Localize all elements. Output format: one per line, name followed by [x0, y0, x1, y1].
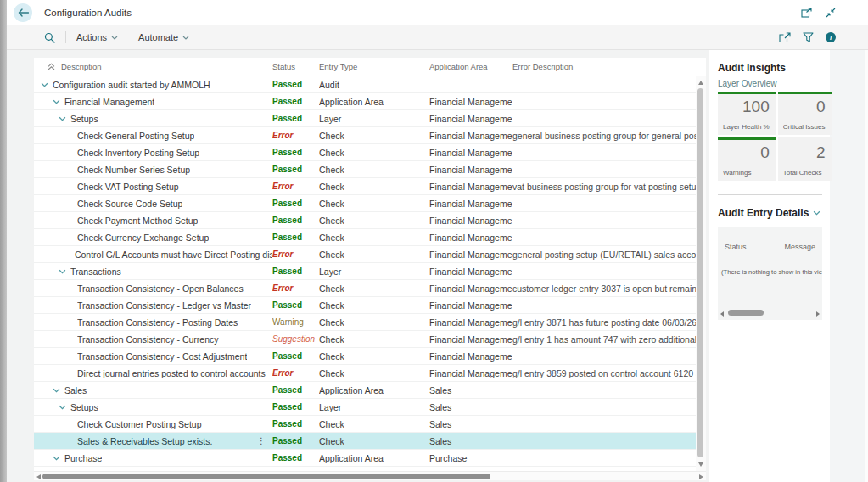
row-entry-type: Check: [319, 216, 429, 226]
horizontal-scroll-thumb[interactable]: [42, 474, 490, 479]
column-header-description[interactable]: Description: [61, 62, 102, 71]
insight-tile[interactable]: 0 Warnings: [718, 137, 776, 181]
table-row[interactable]: Check Number Series Setup ⋮ Passed Check…: [34, 161, 696, 178]
row-status: Passed: [272, 436, 319, 446]
row-entry-type: Check: [319, 182, 429, 192]
column-header-application-area[interactable]: Application Area: [429, 62, 512, 71]
table-row[interactable]: Sales & Receivables Setup exists. ⋮ Pass…: [34, 433, 696, 450]
details-column-status[interactable]: Status: [725, 243, 747, 251]
insight-tile[interactable]: 0 Critical Issues: [778, 92, 832, 135]
row-status: Passed: [272, 351, 319, 361]
insight-tile[interactable]: 2 Total Checks: [778, 137, 832, 181]
row-status: Passed: [272, 199, 319, 208]
filter-icon[interactable]: [803, 32, 814, 42]
table-row[interactable]: Check Payment Method Setup ⋮ Passed Chec…: [34, 212, 696, 229]
row-entry-type: Check: [319, 317, 429, 328]
table-row[interactable]: Check Customer Posting Setup ⋮ Passed Ch…: [34, 416, 696, 433]
table-row[interactable]: Transaction Consistency - Currency ⋮ Sug…: [34, 331, 696, 348]
column-header-status[interactable]: Status: [272, 62, 319, 71]
table-row[interactable]: Purchase ⋮ Passed Application Area Purch…: [34, 450, 696, 467]
layer-overview-label: Layer Overview: [718, 79, 822, 88]
row-description-cell: Check Source Code Setup ⋮: [41, 195, 272, 211]
scroll-right-icon[interactable]: [816, 311, 820, 317]
row-description: Check Customer Posting Setup: [77, 419, 202, 429]
chevron-down-icon: [111, 36, 118, 40]
table-row[interactable]: Transactions ⋮ Passed Layer Financial Ma…: [34, 263, 696, 280]
actions-menu[interactable]: Actions: [76, 32, 118, 42]
chevron-down-icon[interactable]: [53, 388, 60, 393]
table-row[interactable]: Control G/L Accounts must have Direct Po…: [34, 246, 696, 263]
row-entry-type: Check: [319, 283, 429, 294]
row-description-cell: Setups ⋮: [41, 110, 272, 126]
row-status: Warning: [272, 317, 319, 327]
table-row[interactable]: Check Currency Exchange Setup ⋮ Passed C…: [34, 229, 696, 246]
chevron-down-icon[interactable]: [53, 456, 60, 461]
table-row[interactable]: Check VAT Posting Setup ⋮ Error Check Fi…: [34, 178, 696, 195]
table-row[interactable]: Transaction Consistency - Posting Dates …: [34, 314, 696, 331]
table-row[interactable]: Transaction Consistency - Cost Adjustmen…: [34, 348, 696, 365]
row-application-area: Financial Management: [429, 368, 512, 378]
table-row[interactable]: Configuration audit started by AMMOLH ⋮ …: [34, 76, 696, 93]
column-header-entry-type[interactable]: Entry Type: [319, 62, 429, 71]
row-description: Check General Posting Setup: [77, 131, 194, 141]
row-description: Check Number Series Setup: [77, 165, 190, 175]
table-row[interactable]: Setups ⋮ Passed Layer Sales: [34, 399, 696, 416]
collapse-window-icon[interactable]: [826, 8, 836, 18]
tile-label: Warnings: [723, 169, 770, 177]
table-row[interactable]: Check Inventory Posting Setup ⋮ Passed C…: [34, 144, 696, 161]
details-scroll-thumb[interactable]: [728, 310, 764, 316]
audit-entry-details-header[interactable]: Audit Entry Details: [718, 207, 822, 219]
table-rows: Configuration audit started by AMMOLH ⋮ …: [34, 76, 696, 467]
table-row[interactable]: Setups ⋮ Passed Layer Financial Manageme…: [34, 110, 696, 127]
scroll-down-icon[interactable]: [698, 462, 703, 467]
details-column-message[interactable]: Message: [784, 243, 815, 251]
row-entry-type: Audit: [319, 80, 429, 90]
table-row[interactable]: Transaction Consistency - Open Balances …: [34, 280, 696, 297]
popout-icon[interactable]: [801, 8, 812, 18]
vertical-scroll-thumb[interactable]: [697, 88, 703, 457]
row-description-cell: Transaction Consistency - Ledger vs Mast…: [41, 297, 272, 313]
table-row[interactable]: Sales ⋮ Passed Application Area Sales: [34, 382, 696, 399]
tile-value: 2: [783, 143, 826, 162]
chevron-down-icon[interactable]: [59, 269, 66, 274]
scroll-right-icon[interactable]: [699, 474, 703, 479]
row-entry-type: Check: [319, 368, 429, 378]
row-description-cell: Setups ⋮: [41, 399, 272, 415]
automate-menu[interactable]: Automate: [138, 32, 189, 42]
chevron-down-icon[interactable]: [53, 99, 60, 104]
scroll-left-icon[interactable]: [36, 474, 41, 479]
table-row[interactable]: Transaction Consistency - Ledger vs Mast…: [34, 297, 696, 314]
search-button[interactable]: [44, 32, 55, 43]
chevron-down-icon[interactable]: [59, 116, 66, 121]
table-row[interactable]: Direct journal entries posted to control…: [34, 365, 696, 382]
horizontal-scrollbar[interactable]: [34, 471, 706, 480]
column-header-error-description[interactable]: Error Description: [512, 62, 696, 71]
info-icon[interactable]: i: [826, 32, 836, 42]
row-status: Error: [272, 182, 319, 191]
chevron-down-icon[interactable]: [59, 405, 66, 410]
row-description: Transaction Consistency - Cost Adjustmen…: [77, 351, 247, 362]
share-icon[interactable]: [779, 32, 791, 43]
back-button[interactable]: [14, 3, 32, 22]
row-application-area: Sales: [429, 436, 512, 446]
kebab-menu-icon[interactable]: ⋮: [257, 436, 272, 446]
row-description-cell: Transaction Consistency - Currency ⋮: [41, 331, 272, 347]
scroll-up-icon[interactable]: [698, 81, 703, 85]
insight-tile[interactable]: 100 Layer Health %: [718, 92, 776, 135]
chevron-down-icon[interactable]: [41, 82, 48, 87]
table-row[interactable]: Financial Management ⋮ Passed Applicatio…: [34, 93, 696, 110]
row-description: Check Payment Method Setup: [77, 216, 198, 226]
table-row[interactable]: Check General Posting Setup ⋮ Error Chec…: [34, 127, 696, 144]
details-horizontal-scrollbar[interactable]: [720, 310, 820, 317]
scroll-left-icon[interactable]: [720, 311, 724, 317]
actions-label: Actions: [76, 32, 107, 42]
row-application-area: Financial Management: [429, 182, 512, 192]
collapse-all-icon[interactable]: [48, 63, 55, 70]
vertical-scrollbar[interactable]: [696, 76, 706, 471]
row-status: Passed: [272, 300, 319, 310]
row-entry-type: Layer: [319, 266, 429, 277]
row-status: Passed: [272, 165, 319, 174]
row-application-area: Financial Management: [429, 199, 512, 209]
row-application-area: Financial Management: [429, 97, 512, 107]
table-row[interactable]: Check Source Code Setup ⋮ Passed Check F…: [34, 195, 696, 212]
